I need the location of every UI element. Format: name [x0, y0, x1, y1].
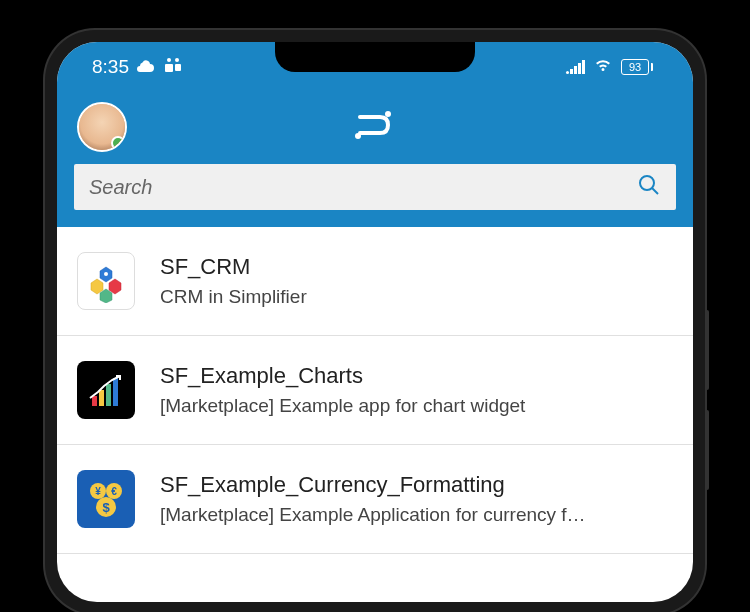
- list-item-title: SF_Example_Currency_Formatting: [160, 472, 673, 498]
- search-container: [57, 162, 693, 227]
- app-list: SF_CRM CRM in Simplifier SF_E: [57, 227, 693, 554]
- svg-rect-16: [113, 378, 118, 406]
- svg-rect-2: [165, 64, 173, 72]
- svg-rect-3: [175, 64, 181, 71]
- phone-frame: 8:35: [45, 30, 705, 612]
- list-item[interactable]: SF_CRM CRM in Simplifier: [57, 227, 693, 336]
- app-icon-currency: ¥ € $: [77, 470, 135, 528]
- teams-icon: [163, 56, 183, 78]
- list-item-content: SF_CRM CRM in Simplifier: [160, 254, 673, 308]
- svg-rect-13: [92, 396, 97, 406]
- app-icon-crm: [77, 252, 135, 310]
- svg-point-0: [167, 58, 171, 62]
- status-bar-right: 93: [566, 56, 653, 78]
- svg-marker-10: [91, 279, 103, 294]
- svg-text:¥: ¥: [95, 486, 101, 497]
- status-time: 8:35: [92, 56, 129, 78]
- screen: 8:35: [57, 42, 693, 602]
- battery-level: 93: [621, 59, 649, 75]
- svg-point-5: [355, 133, 361, 139]
- avatar[interactable]: [77, 102, 127, 152]
- list-item-title: SF_Example_Charts: [160, 363, 673, 389]
- list-item[interactable]: SF_Example_Charts [Marketplace] Example …: [57, 336, 693, 445]
- cellular-signal-icon: [566, 60, 585, 74]
- svg-text:$: $: [102, 500, 110, 515]
- search-input[interactable]: [89, 176, 637, 199]
- svg-point-1: [175, 58, 179, 62]
- svg-point-4: [385, 111, 391, 117]
- list-item-title: SF_CRM: [160, 254, 673, 280]
- list-item-subtitle: [Marketplace] Example app for chart widg…: [160, 395, 673, 417]
- svg-rect-14: [99, 390, 104, 406]
- list-item-content: SF_Example_Currency_Formatting [Marketpl…: [160, 472, 673, 526]
- phone-side-button-2: [705, 410, 709, 490]
- cloud-icon: [137, 56, 155, 78]
- phone-notch: [275, 42, 475, 72]
- app-header: [57, 92, 693, 162]
- phone-side-button: [705, 310, 709, 390]
- wifi-icon: [593, 56, 613, 78]
- svg-rect-15: [106, 384, 111, 406]
- svg-point-9: [104, 272, 108, 276]
- list-item-subtitle: [Marketplace] Example Application for cu…: [160, 504, 673, 526]
- svg-line-7: [652, 188, 658, 194]
- svg-point-6: [640, 176, 654, 190]
- svg-text:€: €: [111, 486, 117, 497]
- svg-marker-11: [109, 279, 121, 294]
- status-bar-left: 8:35: [92, 56, 183, 78]
- search-bar[interactable]: [72, 162, 678, 212]
- list-item-subtitle: CRM in Simplifier: [160, 286, 673, 308]
- app-icon-charts: [77, 361, 135, 419]
- presence-dot: [111, 136, 125, 150]
- search-icon[interactable]: [637, 173, 661, 201]
- app-logo-icon: [350, 105, 400, 149]
- battery-icon: 93: [621, 59, 653, 75]
- list-item-content: SF_Example_Charts [Marketplace] Example …: [160, 363, 673, 417]
- list-item[interactable]: ¥ € $ SF_Example_Currency_Formatting [Ma…: [57, 445, 693, 554]
